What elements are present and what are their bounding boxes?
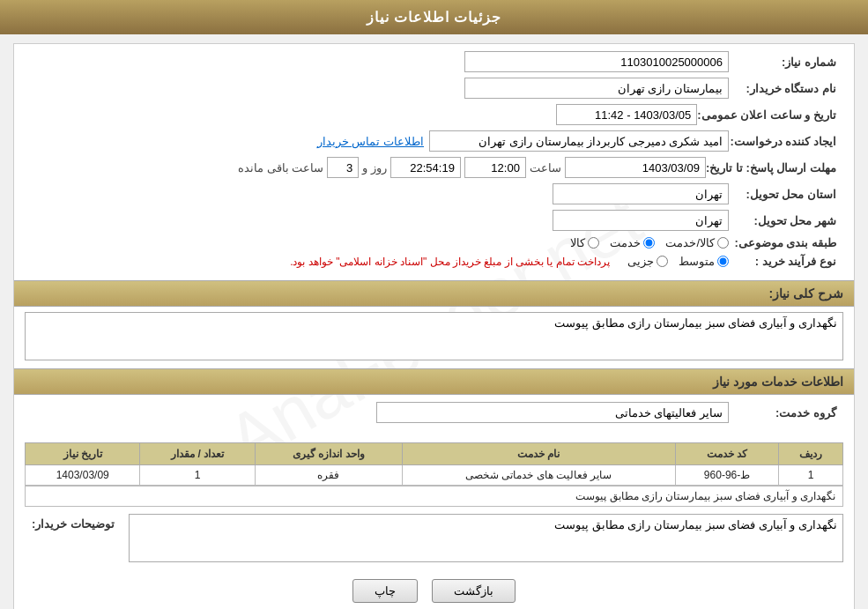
noe-jozei-item[interactable]: جزیی: [627, 255, 668, 268]
noe-farayand-row: نوع فرآیند خرید : متوسط جزیی پرداخت تمام…: [25, 255, 843, 268]
shomare-niaz-input[interactable]: [464, 51, 729, 72]
mohlat-baqi-input[interactable]: [390, 157, 461, 178]
noe-jozei-label[interactable]: جزیی: [627, 255, 654, 268]
goroh-label: گروه خدمت:: [729, 406, 843, 420]
mohlat-saat-input[interactable]: [464, 157, 526, 178]
name-dastgah-label: نام دستگاه خریدار:: [729, 82, 843, 95]
button-row: بازگشت چاپ: [14, 579, 854, 609]
sharh-textarea[interactable]: نگهداری و آبیاری فضای سبز بیمارستان رازی…: [25, 312, 843, 360]
col-kod: کد خدمت: [675, 443, 778, 465]
shahr-row: شهر محل تحویل:: [25, 210, 843, 231]
cell-vahed: فقره: [255, 465, 402, 486]
services-table: ردیف کد خدمت نام خدمت واحد اندازه گیری ت…: [25, 442, 843, 486]
sharh-label: شرح کلی نیاز:: [769, 286, 843, 301]
mohlat-date-input[interactable]: [565, 157, 706, 178]
sharh-section: نگهداری و آبیاری فضای سبز بیمارستان رازی…: [25, 312, 843, 363]
cell-nam: سایر فعالیت های خدماتی شخصی: [402, 465, 675, 486]
table-description: نگهداری و آبیاری فضای سبز بیمارستان رازی…: [25, 486, 843, 507]
page-header: جزئیات اطلاعات نیاز: [0, 0, 868, 34]
name-dastgah-input[interactable]: [464, 78, 729, 99]
mohlat-roz-label: روز و: [362, 161, 387, 175]
tabaqe-khedmat-item[interactable]: خدمت: [610, 236, 655, 249]
noe-farayand-label: نوع فرآیند خرید :: [729, 255, 843, 268]
mohlat-label: مهلت ارسال پاسخ: تا تاریخ:: [706, 161, 843, 175]
goroh-row: گروه خدمت:: [25, 402, 843, 423]
noe-motavaset-label[interactable]: متوسط: [679, 255, 715, 268]
tabaqe-khedmat-label[interactable]: خدمت: [610, 236, 641, 249]
table-header-row: ردیف کد خدمت نام خدمت واحد اندازه گیری ت…: [26, 443, 843, 465]
noe-motavaset-radio[interactable]: [717, 256, 729, 267]
chap-button[interactable]: چاپ: [352, 579, 418, 603]
table-section: ردیف کد خدمت نام خدمت واحد اندازه گیری ت…: [25, 442, 843, 507]
goroh-section: گروه خدمت:: [14, 395, 854, 435]
sharh-section-title: شرح کلی نیاز:: [14, 280, 854, 307]
tabaqe-kala-khedmat-label[interactable]: کالا/خدمت: [665, 236, 715, 249]
tarikh-label: تاریخ و ساعت اعلان عمومی:: [697, 108, 843, 122]
shahr-input[interactable]: [553, 210, 729, 231]
shomare-niaz-row: شماره نیاز:: [25, 51, 843, 72]
noe-warning-text: پرداخت تمام یا بخشی از مبلغ خریداز محل "…: [290, 256, 610, 268]
mohlat-row: مهلت ارسال پاسخ: تا تاریخ: ساعت روز و سا…: [25, 157, 843, 178]
bazgasht-button[interactable]: بازگشت: [432, 579, 516, 603]
mohlat-saat-label: ساعت: [530, 161, 561, 175]
mohlat-baqi-label: ساعت باقی مانده: [238, 161, 323, 175]
table-row: 1 ط-96-960 سایر فعالیت های خدماتی شخصی ف…: [26, 465, 843, 486]
tozi-section: نگهداری و آبیاری فضای سبز بیمارستان رازی…: [25, 514, 843, 565]
khedmat-label: اطلاعات خدمات مورد نیاز: [713, 375, 843, 389]
cell-tedad: 1: [140, 465, 255, 486]
tozi-textarea[interactable]: نگهداری و آبیاری فضای سبز بیمارستان رازی…: [129, 514, 843, 562]
col-vahed: واحد اندازه گیری: [255, 443, 402, 465]
ostan-label: استان محل تحویل:: [729, 188, 843, 201]
page-title: جزئیات اطلاعات نیاز: [367, 10, 502, 25]
ijad-konande-input[interactable]: [429, 130, 729, 152]
form-section: شماره نیاز: نام دستگاه خریدار: تاریخ و س…: [14, 44, 854, 280]
noe-jozei-radio[interactable]: [657, 256, 668, 267]
main-content: AnaFender.net شماره نیاز: نام دستگاه خری…: [13, 43, 855, 609]
tamas-khardar-link[interactable]: اطلاعات تماس خریدار: [317, 135, 424, 148]
tabaqe-row: طبقه بندی موضوعی: کالا/خدمت خدمت کالا: [25, 236, 843, 249]
ijad-konande-label: ایجاد کننده درخواست:: [729, 135, 843, 148]
tabaqe-kala-item[interactable]: کالا: [570, 236, 599, 249]
shomare-niaz-label: شماره نیاز:: [729, 56, 843, 69]
cell-kod: ط-96-960: [675, 465, 778, 486]
tabaqe-kala-radio[interactable]: [588, 237, 599, 249]
khedmat-section-title: اطلاعات خدمات مورد نیاز: [14, 368, 854, 395]
ostan-input[interactable]: [553, 183, 729, 204]
col-tarikh: تاریخ نیاز: [26, 443, 140, 465]
cell-radif: 1: [779, 465, 843, 486]
cell-tarikh: 1403/03/09: [26, 465, 140, 486]
ijad-konande-row: ایجاد کننده درخواست: اطلاعات تماس خریدار: [25, 130, 843, 152]
col-nam: نام خدمت: [402, 443, 675, 465]
noe-radio-group: متوسط جزیی پرداخت تمام یا بخشی از مبلغ خ…: [290, 255, 729, 268]
tabaqe-kala-label[interactable]: کالا: [570, 236, 585, 249]
tabaqe-label: طبقه بندی موضوعی:: [729, 236, 843, 249]
shahr-label: شهر محل تحویل:: [729, 214, 843, 227]
ostan-row: استان محل تحویل:: [25, 183, 843, 204]
tabaqe-radio-group: کالا/خدمت خدمت کالا: [570, 236, 729, 249]
col-radif: ردیف: [779, 443, 843, 465]
goroh-input[interactable]: [376, 402, 729, 423]
tabaqe-kala-khedmat-item[interactable]: کالا/خدمت: [665, 236, 729, 249]
tozi-textarea-wrapper: نگهداری و آبیاری فضای سبز بیمارستان رازی…: [129, 514, 843, 565]
mohlat-roz-input[interactable]: [327, 157, 359, 178]
tarikh-row: تاریخ و ساعت اعلان عمومی:: [25, 104, 843, 125]
tozi-label: توضیحات خریدار:: [25, 514, 122, 531]
noe-motavaset-item[interactable]: متوسط: [679, 255, 729, 268]
col-tedad: تعداد / مقدار: [140, 443, 255, 465]
name-dastgah-row: نام دستگاه خریدار:: [25, 78, 843, 99]
tabaqe-khedmat-radio[interactable]: [643, 237, 655, 249]
tabaqe-kala-khedmat-radio[interactable]: [717, 237, 729, 249]
tarikh-input[interactable]: [556, 104, 697, 125]
